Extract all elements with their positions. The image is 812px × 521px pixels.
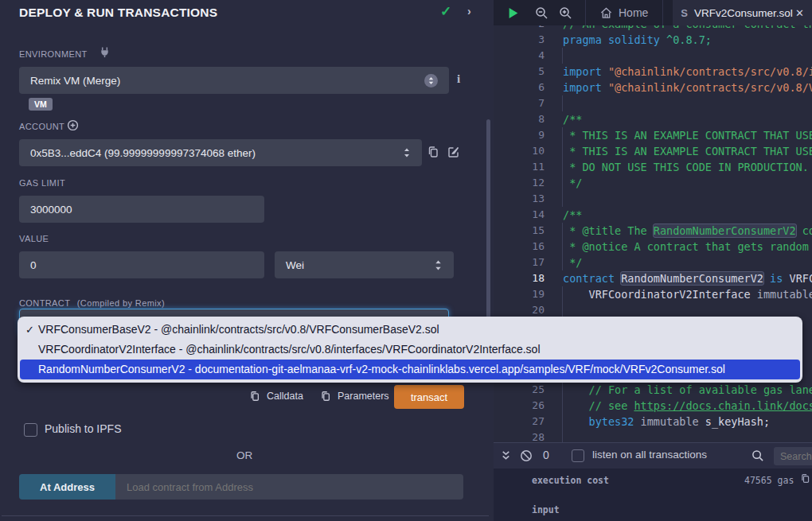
line-number: 5 bbox=[494, 64, 545, 80]
line-number: 15 bbox=[494, 223, 545, 239]
code-line: 17 */ bbox=[494, 255, 812, 270]
line-number: 19 bbox=[494, 286, 545, 302]
listen-count: 0 bbox=[543, 449, 549, 461]
transact-button[interactable]: transact bbox=[394, 385, 464, 409]
vm-badge: VM bbox=[29, 98, 53, 111]
contract-dropdown: ✓VRFConsumerBaseV2 - @chainlink/contract… bbox=[18, 317, 802, 383]
deploy-run-panel: DEPLOY & RUN TRANSACTIONS ✓ › ENVIRONMEN… bbox=[0, 0, 494, 521]
tab-home-label: Home bbox=[619, 6, 648, 19]
at-address-button[interactable]: At Address bbox=[19, 474, 115, 500]
line-number: 10 bbox=[494, 143, 545, 159]
code-line: 5import "@chainlink/contracts/src/v0.8/i… bbox=[494, 64, 812, 80]
code-line: 13 bbox=[494, 191, 812, 207]
terminal-search-icon[interactable] bbox=[751, 449, 764, 462]
value-input[interactable] bbox=[19, 251, 264, 278]
clear-console-ban-icon[interactable] bbox=[520, 449, 533, 462]
line-number: 6 bbox=[494, 80, 545, 95]
remix-ide-window: DEPLOY & RUN TRANSACTIONS ✓ › ENVIRONMEN… bbox=[0, 0, 812, 521]
tab-close-icon[interactable]: ✕ bbox=[795, 7, 804, 19]
code-line: 12 */ bbox=[494, 175, 812, 191]
gas-limit-input[interactable] bbox=[19, 196, 264, 223]
value-unit-caret-icon bbox=[434, 259, 443, 271]
line-number: 16 bbox=[494, 239, 545, 255]
line-number: 26 bbox=[494, 398, 545, 414]
panel-title: DEPLOY & RUN TRANSACTIONS bbox=[19, 6, 217, 20]
copy-account-icon[interactable] bbox=[427, 146, 439, 158]
code-line: 20 bbox=[494, 302, 812, 318]
line-number: 14 bbox=[494, 207, 545, 223]
listen-all-label: listen on all transactions bbox=[592, 449, 707, 461]
line-number: 8 bbox=[494, 111, 545, 127]
selected-check-icon: ✓ bbox=[25, 320, 34, 340]
line-number: 17 bbox=[494, 255, 545, 270]
contract-option[interactable]: ✓VRFConsumerBaseV2 - @chainlink/contract… bbox=[18, 320, 802, 340]
terminal-output: execution cost47565 gasinput0xa21...a23e… bbox=[494, 469, 812, 521]
copy-parameters-icon[interactable] bbox=[320, 391, 331, 402]
parameters-button[interactable]: Parameters bbox=[338, 391, 389, 402]
environment-select[interactable]: Remix VM (Merge) bbox=[19, 67, 449, 94]
terminal-search-input[interactable] bbox=[774, 447, 812, 465]
environment-caret-icon bbox=[424, 74, 438, 87]
contract-label: CONTRACT bbox=[19, 298, 70, 308]
environment-info-icon[interactable]: i bbox=[457, 72, 460, 86]
contract-option[interactable]: VRFCoordinatorV2Interface - @chainlink/c… bbox=[18, 340, 802, 360]
terminal-row: execution cost47565 gas bbox=[494, 469, 812, 498]
terminal-expand-chevrons-icon[interactable] bbox=[500, 449, 512, 462]
copy-calldata-icon[interactable] bbox=[249, 391, 260, 402]
line-number: 13 bbox=[494, 191, 545, 207]
account-caret-icon bbox=[403, 147, 411, 158]
contract-option[interactable]: RandomNumberConsumerV2 - documentation-g… bbox=[20, 360, 800, 379]
line-number: 9 bbox=[494, 127, 545, 143]
account-label: ACCOUNT bbox=[19, 122, 64, 131]
code-line: 3pragma solidity ^0.8.7; bbox=[494, 32, 812, 48]
account-select[interactable]: 0x5B3...eddC4 (99.99999999997374068 ethe… bbox=[19, 139, 422, 166]
edit-account-icon[interactable] bbox=[447, 146, 460, 158]
tab-home[interactable]: Home bbox=[585, 0, 663, 25]
publish-ipfs-checkbox[interactable] bbox=[24, 423, 37, 437]
listen-all-checkbox[interactable] bbox=[572, 449, 584, 462]
solidity-file-icon: S bbox=[681, 7, 688, 19]
code-line: 8/** bbox=[494, 111, 812, 127]
code-line: 10 * THIS IS AN EXAMPLE CONTRACT THAT US… bbox=[494, 143, 812, 159]
account-value: 0x5B3...eddC4 (99.99999999997374068 ethe… bbox=[30, 147, 256, 159]
gas-limit-label: GAS LIMIT bbox=[19, 178, 65, 188]
code-line: 14/** bbox=[494, 207, 812, 223]
panel-collapse-chevron-icon[interactable]: › bbox=[467, 5, 471, 17]
terminal-row-value: 0xa21...a23e4 bbox=[532, 515, 603, 521]
at-address-input[interactable] bbox=[115, 474, 463, 500]
add-account-icon[interactable] bbox=[67, 119, 79, 131]
line-number: 27 bbox=[494, 414, 545, 430]
line-number: 3 bbox=[494, 32, 545, 48]
code-line: 7 bbox=[494, 95, 812, 111]
editor-tabbar: Home S VRFv2Consumer.sol ✕ bbox=[494, 0, 812, 25]
editor-pane: Home S VRFv2Consumer.sol ✕ 2// An exampl… bbox=[494, 0, 812, 521]
code-line: 2// An example of a consumer contract th… bbox=[494, 25, 812, 32]
zoom-in-icon[interactable] bbox=[559, 6, 572, 20]
value-label: VALUE bbox=[19, 234, 49, 243]
environment-label: ENVIRONMENT bbox=[19, 49, 88, 59]
value-unit-select[interactable]: Wei bbox=[275, 251, 454, 278]
code-line: 6import "@chainlink/contracts/src/v0.8/V… bbox=[494, 80, 812, 95]
line-number: 20 bbox=[494, 302, 545, 318]
code-line: 27 bytes32 immutable s_keyHash; bbox=[494, 414, 812, 430]
environment-value: Remix VM (Merge) bbox=[30, 75, 120, 87]
code-line: 25 // For a list of available gas lanes … bbox=[494, 382, 812, 398]
code-line: 4 bbox=[494, 48, 812, 64]
tab-vrfv2consumer[interactable]: S VRFv2Consumer.sol ✕ bbox=[673, 0, 812, 25]
code-line: 9 * THIS IS AN EXAMPLE CONTRACT THAT USE… bbox=[494, 127, 812, 143]
terminal-row-value: 47565 gas bbox=[744, 469, 794, 486]
line-number: 12 bbox=[494, 175, 545, 191]
panel-scrollbar[interactable] bbox=[486, 119, 490, 342]
code-line: 15 * @title The RandomNumberConsumerV2 c… bbox=[494, 223, 812, 239]
code-line: 19 VRFCoordinatorV2Interface immutable C… bbox=[494, 286, 812, 302]
terminal-row-label: execution cost bbox=[532, 469, 744, 486]
run-script-play-icon[interactable] bbox=[508, 7, 519, 19]
line-number: 7 bbox=[494, 95, 545, 111]
line-number: 4 bbox=[494, 48, 545, 64]
code-line: 18contract RandomNumberConsumerV2 is VRF… bbox=[494, 270, 812, 286]
copy-value-icon[interactable] bbox=[800, 475, 810, 486]
terminal-row: input0xa21...a23e4 bbox=[494, 498, 812, 521]
line-number: 18 bbox=[494, 270, 545, 286]
zoom-out-icon[interactable] bbox=[535, 6, 548, 20]
calldata-button[interactable]: Calldata bbox=[267, 391, 303, 402]
